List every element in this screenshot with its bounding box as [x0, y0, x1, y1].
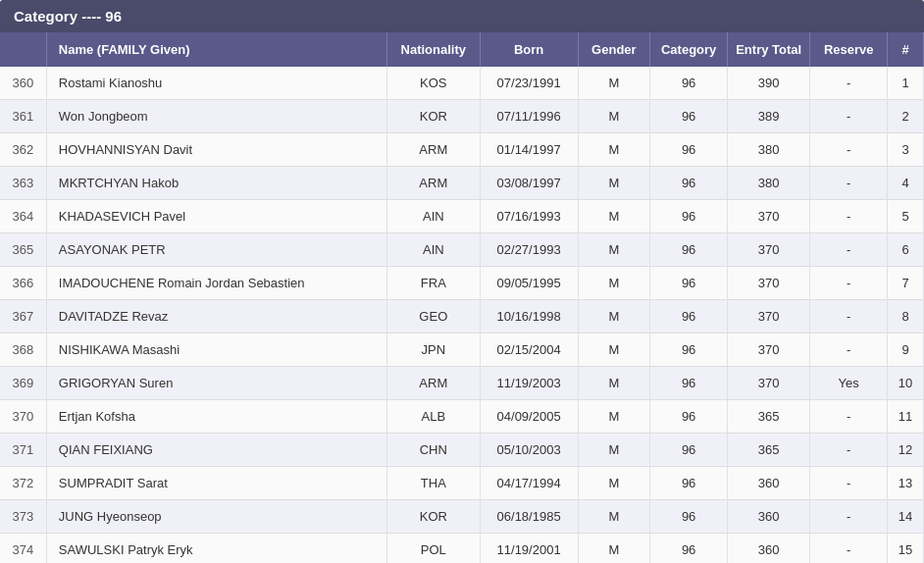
- cell-entry_total: 370: [728, 333, 810, 367]
- cell-entry_total: 380: [728, 133, 810, 167]
- table-row: 373JUNG HyeonseopKOR06/18/1985M96360-14: [0, 500, 924, 534]
- category-header: Category ---- 96: [0, 0, 924, 32]
- cell-nationality: AIN: [386, 200, 480, 233]
- cell-born: 09/05/1995: [480, 267, 578, 300]
- cell-nationality: ARM: [386, 367, 480, 400]
- table-row: 370Ertjan KofshaALB04/09/2005M96365-11: [0, 400, 924, 434]
- cell-gender: M: [578, 400, 650, 434]
- cell-nationality: GEO: [386, 300, 480, 333]
- table-header-row: Name (FAMILY Given) Nationality Born Gen…: [0, 32, 924, 67]
- col-category: Category: [650, 32, 728, 67]
- cell-reserve: -: [810, 500, 888, 534]
- cell-born: 02/15/2004: [480, 333, 578, 367]
- cell-num: 374: [0, 534, 46, 564]
- cell-gender: M: [578, 534, 650, 564]
- cell-gender: M: [578, 100, 650, 133]
- cell-gender: M: [578, 133, 650, 167]
- cell-category: 96: [650, 534, 728, 564]
- cell-gender: M: [578, 434, 650, 467]
- cell-born: 07/23/1991: [480, 67, 578, 100]
- cell-num: 369: [0, 367, 46, 400]
- cell-reserve: -: [810, 200, 888, 233]
- table-body: 360Rostami KianoshuKOS07/23/1991M96390-1…: [0, 67, 924, 563]
- col-nationality: Nationality: [386, 32, 480, 67]
- cell-name: ASAYONAK PETR: [46, 233, 386, 267]
- cell-nationality: KOR: [386, 100, 480, 133]
- cell-reserve: -: [810, 333, 888, 367]
- cell-category: 96: [650, 500, 728, 534]
- cell-reserve: -: [810, 300, 888, 333]
- cell-nationality: CHN: [386, 434, 480, 467]
- cell-name: JUNG Hyeonseop: [46, 500, 386, 534]
- cell-name: SUMPRADIT Sarat: [46, 467, 386, 500]
- cell-born: 10/16/1998: [480, 300, 578, 333]
- cell-rank: 8: [888, 300, 924, 333]
- cell-rank: 11: [888, 400, 924, 434]
- col-num: [0, 32, 46, 67]
- cell-name: NISHIKAWA Masashi: [46, 333, 386, 367]
- cell-born: 04/09/2005: [480, 400, 578, 434]
- col-reserve: Reserve: [810, 32, 888, 67]
- cell-born: 01/14/1997: [480, 133, 578, 167]
- cell-reserve: -: [810, 167, 888, 200]
- cell-entry_total: 360: [728, 500, 810, 534]
- cell-category: 96: [650, 100, 728, 133]
- cell-nationality: POL: [386, 534, 480, 564]
- cell-gender: M: [578, 200, 650, 233]
- cell-reserve: -: [810, 400, 888, 434]
- cell-rank: 2: [888, 100, 924, 133]
- cell-num: 361: [0, 100, 46, 133]
- cell-name: Won Jongbeom: [46, 100, 386, 133]
- cell-entry_total: 389: [728, 100, 810, 133]
- cell-rank: 9: [888, 333, 924, 367]
- cell-num: 364: [0, 200, 46, 233]
- cell-reserve: -: [810, 233, 888, 267]
- cell-entry_total: 365: [728, 434, 810, 467]
- cell-reserve: -: [810, 100, 888, 133]
- cell-name: QIAN FEIXIANG: [46, 434, 386, 467]
- cell-rank: 3: [888, 133, 924, 167]
- cell-rank: 10: [888, 367, 924, 400]
- cell-num: 363: [0, 167, 46, 200]
- cell-name: Ertjan Kofsha: [46, 400, 386, 434]
- cell-entry_total: 370: [728, 367, 810, 400]
- cell-category: 96: [650, 167, 728, 200]
- cell-reserve: -: [810, 467, 888, 500]
- cell-category: 96: [650, 467, 728, 500]
- cell-name: SAWULSKI Patryk Eryk: [46, 534, 386, 564]
- cell-born: 03/08/1997: [480, 167, 578, 200]
- col-born: Born: [480, 32, 578, 67]
- cell-entry_total: 370: [728, 300, 810, 333]
- cell-category: 96: [650, 333, 728, 367]
- cell-nationality: ARM: [386, 133, 480, 167]
- cell-gender: M: [578, 167, 650, 200]
- cell-name: KHADASEVICH Pavel: [46, 200, 386, 233]
- cell-nationality: ARM: [386, 167, 480, 200]
- cell-rank: 7: [888, 267, 924, 300]
- cell-born: 07/11/1996: [480, 100, 578, 133]
- cell-entry_total: 370: [728, 200, 810, 233]
- table-row: 365ASAYONAK PETRAIN02/27/1993M96370-6: [0, 233, 924, 267]
- cell-born: 07/16/1993: [480, 200, 578, 233]
- cell-category: 96: [650, 67, 728, 100]
- cell-gender: M: [578, 367, 650, 400]
- cell-category: 96: [650, 434, 728, 467]
- cell-num: 373: [0, 500, 46, 534]
- cell-num: 368: [0, 333, 46, 367]
- cell-reserve: -: [810, 133, 888, 167]
- cell-name: GRIGORYAN Suren: [46, 367, 386, 400]
- cell-reserve: Yes: [810, 367, 888, 400]
- table-row: 361Won JongbeomKOR07/11/1996M96389-2: [0, 100, 924, 133]
- cell-name: DAVITADZE Revaz: [46, 300, 386, 333]
- cell-rank: 14: [888, 500, 924, 534]
- cell-born: 05/10/2003: [480, 434, 578, 467]
- cell-num: 370: [0, 400, 46, 434]
- cell-num: 367: [0, 300, 46, 333]
- cell-reserve: -: [810, 67, 888, 100]
- col-entry-total: Entry Total: [728, 32, 810, 67]
- cell-category: 96: [650, 200, 728, 233]
- cell-entry_total: 365: [728, 400, 810, 434]
- cell-nationality: KOS: [386, 67, 480, 100]
- cell-reserve: -: [810, 534, 888, 564]
- cell-num: 365: [0, 233, 46, 267]
